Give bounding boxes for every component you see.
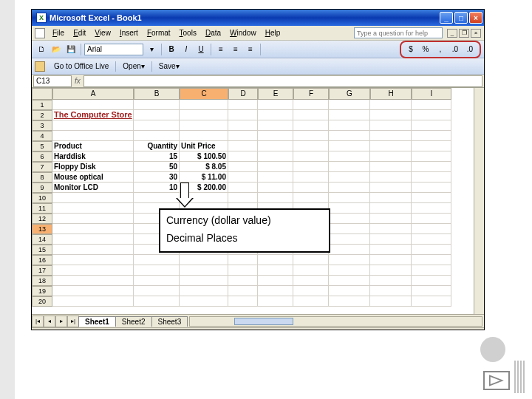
cell[interactable] (293, 141, 329, 151)
cell[interactable] (180, 255, 228, 265)
cell[interactable] (293, 265, 329, 276)
cell[interactable] (52, 131, 134, 141)
cell[interactable] (228, 286, 258, 296)
menu-file[interactable]: File (48, 27, 69, 38)
row-header[interactable]: 2 (32, 110, 52, 120)
underline-button[interactable]: U (194, 43, 208, 56)
cell[interactable] (180, 286, 228, 296)
cell[interactable] (329, 214, 370, 224)
currency-style-button[interactable]: $ (404, 43, 417, 56)
cell[interactable]: Floppy Disk (52, 162, 134, 172)
cell[interactable] (258, 151, 293, 162)
cell[interactable] (293, 193, 329, 203)
select-all-corner[interactable] (32, 88, 52, 100)
cell[interactable] (180, 276, 228, 286)
row-header[interactable]: 1 (32, 100, 52, 110)
cell[interactable] (370, 120, 412, 131)
cell[interactable] (293, 162, 329, 172)
cell[interactable] (293, 286, 329, 296)
column-header[interactable]: C (180, 88, 228, 100)
cell[interactable] (180, 296, 228, 307)
cell[interactable] (370, 214, 412, 224)
cell[interactable] (258, 110, 293, 120)
row-header[interactable]: 12 (32, 214, 52, 224)
cell[interactable] (329, 172, 370, 183)
cell[interactable] (52, 224, 134, 234)
column-header[interactable]: G (329, 88, 370, 100)
new-icon[interactable]: 🗋 (35, 43, 48, 56)
cell[interactable] (412, 162, 451, 172)
cell[interactable] (370, 245, 412, 255)
align-left-button[interactable]: ≡ (214, 43, 228, 56)
cell[interactable] (412, 151, 451, 162)
cell[interactable] (134, 255, 180, 265)
cell[interactable] (134, 265, 180, 276)
save-icon[interactable]: 💾 (64, 43, 78, 56)
cell[interactable]: Monitor LCD (52, 183, 134, 193)
cell[interactable] (370, 141, 412, 151)
row-header[interactable]: 5 (32, 141, 52, 151)
tab-nav-first[interactable]: |◂ (32, 316, 44, 327)
cell[interactable] (370, 151, 412, 162)
cell[interactable]: 15 (134, 151, 180, 162)
cell[interactable] (329, 234, 370, 245)
cell[interactable] (52, 234, 134, 245)
cell[interactable] (329, 131, 370, 141)
cell[interactable] (412, 203, 451, 214)
row-header[interactable]: 8 (32, 172, 52, 183)
cell[interactable] (258, 131, 293, 141)
sheet-tab-3[interactable]: Sheet3 (151, 316, 188, 327)
cell[interactable] (412, 265, 451, 276)
cell[interactable]: Quantity (134, 141, 180, 151)
column-header[interactable]: A (52, 88, 134, 100)
cell[interactable] (228, 172, 258, 183)
cell[interactable] (412, 286, 451, 296)
cell[interactable] (52, 120, 134, 131)
row-header[interactable]: 19 (32, 286, 52, 296)
row-header[interactable]: 14 (32, 234, 52, 245)
cell[interactable] (52, 276, 134, 286)
cell[interactable] (370, 162, 412, 172)
cell[interactable] (412, 141, 451, 151)
cell[interactable] (258, 141, 293, 151)
cell[interactable] (329, 265, 370, 276)
cell[interactable] (293, 131, 329, 141)
cell[interactable] (293, 110, 329, 120)
cell[interactable] (293, 276, 329, 286)
font-size-combo[interactable]: ▾ (145, 43, 158, 56)
cell[interactable] (370, 110, 412, 120)
cell[interactable] (52, 286, 134, 296)
cell[interactable]: $ 11.00 (180, 172, 228, 183)
cell[interactable] (370, 183, 412, 193)
cell[interactable] (329, 224, 370, 234)
row-header[interactable]: 13 (32, 224, 52, 234)
cell[interactable] (329, 276, 370, 286)
fx-icon[interactable]: fx (75, 77, 81, 85)
row-header[interactable]: 3 (32, 120, 52, 131)
menu-data[interactable]: Data (201, 27, 225, 38)
cell[interactable] (329, 193, 370, 203)
cell[interactable] (228, 183, 258, 193)
cell[interactable] (293, 255, 329, 265)
cell[interactable] (370, 172, 412, 183)
cell[interactable] (370, 203, 412, 214)
cell[interactable] (52, 100, 134, 110)
menu-tools[interactable]: Tools (175, 27, 201, 38)
cell[interactable]: The Computer Store (52, 110, 134, 120)
cell[interactable] (258, 120, 293, 131)
cell[interactable] (329, 141, 370, 151)
cell[interactable] (329, 245, 370, 255)
menu-help[interactable]: Help (261, 27, 285, 38)
go-office-live-button[interactable]: Go to Office Live (50, 61, 113, 72)
cell[interactable] (293, 151, 329, 162)
cell[interactable] (412, 296, 451, 307)
cell[interactable] (258, 255, 293, 265)
cell[interactable] (412, 172, 451, 183)
cell[interactable] (134, 120, 180, 131)
tab-nav-next[interactable]: ▸ (55, 316, 67, 327)
bold-button[interactable]: B (165, 43, 178, 56)
cell[interactable] (258, 296, 293, 307)
cell[interactable] (412, 245, 451, 255)
column-header[interactable]: B (134, 88, 180, 100)
cell[interactable]: Mouse optical (52, 172, 134, 183)
